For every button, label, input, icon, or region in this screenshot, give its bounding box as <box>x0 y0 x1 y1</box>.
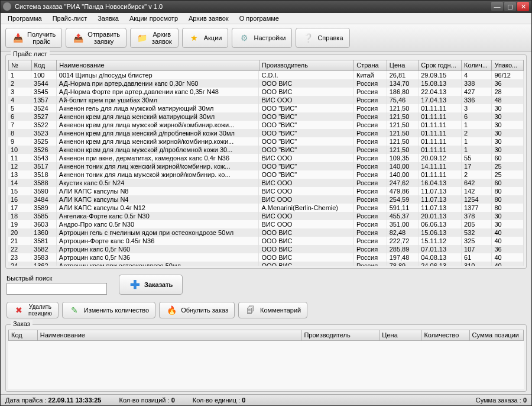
promo-button[interactable]: ★Акции <box>182 28 229 48</box>
table-row[interactable]: 11000014 Щипцы д/посуды блистерC.D.I.Кит… <box>8 71 524 79</box>
comment-button[interactable]: 🗐Комментарий <box>238 302 307 318</box>
status-units: 0 <box>242 397 245 404</box>
menu-order[interactable]: Заявка <box>93 14 124 23</box>
edit-icon: ✎ <box>69 304 80 316</box>
status-units-label: Кол-во единиц : <box>193 397 242 404</box>
delete-position-button[interactable]: ✖Удалить позицию <box>7 302 59 318</box>
search-label: Быстрый поиск <box>7 275 107 282</box>
send-order-button[interactable]: 📤Отправить заявку <box>66 28 126 48</box>
app-icon <box>3 2 11 11</box>
order-button[interactable]: ✚Заказать <box>119 275 183 295</box>
archive-icon: 📁 <box>137 32 148 44</box>
table-row[interactable]: 103526Акненон крем для лица мужской д/пр… <box>8 146 524 154</box>
order-toolbar: ✖Удалить позицию ✎Изменить количество 🔥О… <box>1 298 531 322</box>
gear-icon: ⚙ <box>238 32 250 44</box>
table-row[interactable]: 83523Акненон крем для лица женский д/про… <box>8 129 524 137</box>
main-toolbar: 📥Получить прайс 📤Отправить заявку 📁Архив… <box>1 24 531 52</box>
col-header[interactable]: Срок годн... <box>419 60 462 70</box>
table-row[interactable]: 213581Артроцин-Форте капс 0.45г N36ООО В… <box>8 237 524 245</box>
col-header[interactable]: Колич... <box>462 60 492 70</box>
table-row[interactable]: 173589АЛИ КАПС капсулы 0.4г N12A.Menarin… <box>8 204 524 212</box>
table-row[interactable]: 223582Артроцин капс 0,5г N60ООО ВИСРосси… <box>8 245 524 253</box>
pricelist-legend: Прайс лист <box>11 50 50 57</box>
window-title: Система заказа "РИА "Панда Новосибирск" … <box>15 3 491 10</box>
status-date-label: Дата прайса : <box>5 397 48 404</box>
order-legend: Заказ <box>11 320 33 327</box>
order-scroll[interactable] <box>8 341 524 389</box>
menu-promo[interactable]: Акции просмотр <box>125 14 183 23</box>
maximize-button[interactable]: ▢ <box>504 2 516 11</box>
settings-button[interactable]: ⚙Настройки <box>232 28 292 48</box>
status-pos-label: Кол-во позиций : <box>119 397 171 404</box>
status-date: 22.09.11 13:33:25 <box>48 397 102 404</box>
table-row[interactable]: 163484АЛИ КАПС капсулы N4ВИС ОООРоссия25… <box>8 195 524 204</box>
order-header: КодНаименованиеПроизводительЦенаКоличест… <box>8 330 524 341</box>
pricelist-scroll[interactable]: 11000014 Щипцы д/посуды блистерC.D.I.Кит… <box>8 71 524 266</box>
pricelist-table[interactable]: 11000014 Щипцы д/посуды блистерC.D.I.Кит… <box>8 71 524 266</box>
table-row[interactable]: 23544АД-Норма при артер.давлении капс 0,… <box>8 79 524 88</box>
table-row[interactable]: 143588Акустик капс 0.5г N24ВИС ОООРоссия… <box>8 179 524 187</box>
table-row[interactable]: 93525Акненон крем для лица женский жирно… <box>8 137 524 146</box>
table-row[interactable]: 153590АЛИ КАПС капсулы N8ВИС ОООРоссия47… <box>8 187 524 195</box>
table-row[interactable]: 183585Ангелика-Форте капс 0.5г N30ВИС ОО… <box>8 212 524 220</box>
table-row[interactable]: 133518Акненон тоник для лица мужской жир… <box>8 170 524 179</box>
table-row[interactable]: 33545АД-Норма Форте при артер.давлении к… <box>8 88 524 96</box>
plus-icon: ✚ <box>129 279 141 291</box>
table-row[interactable]: 53524Акненон гель для лица мужской матир… <box>8 104 524 112</box>
col-header[interactable]: Наименование <box>37 330 301 340</box>
col-header[interactable]: Наименование <box>57 60 259 70</box>
col-header[interactable]: Сумма позиции <box>469 330 523 340</box>
search-row: Быстрый поиск ✚Заказать <box>1 271 531 298</box>
pricelist-group: Прайс лист №КодНаименованиеПроизводитель… <box>5 54 527 269</box>
close-button[interactable]: ✕ <box>517 2 529 11</box>
col-header[interactable]: № <box>9 60 32 70</box>
col-header[interactable]: Код <box>31 60 57 70</box>
menu-pricelist[interactable]: Прайс-лист <box>48 14 92 23</box>
col-header[interactable]: Код <box>9 330 38 340</box>
col-header[interactable]: Цена <box>387 60 419 70</box>
table-row[interactable]: 233583Артроцин капс 0,5г N36ООО ВИСРосси… <box>8 253 524 262</box>
col-header[interactable]: Страна <box>354 60 387 70</box>
table-row[interactable]: 73522Акненон крем для лица мужской жирно… <box>8 121 524 129</box>
menu-archive[interactable]: Архив заявок <box>184 14 233 23</box>
delete-icon: ✖ <box>13 304 25 316</box>
table-row[interactable]: 241362Артроцин крем при остеохондрозе 50… <box>8 262 524 266</box>
table-row[interactable]: 123517Акненон тоник для лиц женский жирн… <box>8 162 524 170</box>
table-row[interactable]: 41357Ай-болит крем при ушибах 30млВИС ОО… <box>8 96 524 104</box>
main-window: Система заказа "РИА "Панда Новосибирск" … <box>0 0 532 406</box>
col-header[interactable]: Производитель <box>259 60 354 70</box>
help-icon: ❔ <box>302 32 314 44</box>
col-header[interactable]: Количество <box>421 330 469 340</box>
reset-icon: 🔥 <box>166 304 177 316</box>
titlebar: Система заказа "РИА "Панда Новосибирск" … <box>1 1 531 13</box>
order-group: Заказ КодНаименованиеПроизводительЦенаКо… <box>5 324 527 392</box>
col-header[interactable]: Упако... <box>492 60 524 70</box>
statusbar: Дата прайса : 22.09.11 13:33:25 Кол-во п… <box>1 394 531 405</box>
status-sum-label: Сумма заказа : <box>476 397 523 404</box>
col-header[interactable]: Цена <box>379 330 421 340</box>
status-pos: 0 <box>171 397 175 404</box>
menubar: Программа Прайс-лист Заявка Акции просмо… <box>1 13 531 24</box>
upload-icon: 📤 <box>72 32 84 44</box>
archive-button[interactable]: 📁Архив заявок <box>130 28 179 48</box>
get-price-button[interactable]: 📥Получить прайс <box>5 28 62 48</box>
download-icon: 📥 <box>12 32 24 44</box>
reset-order-button[interactable]: 🔥Обнулить заказ <box>159 302 235 318</box>
menu-about[interactable]: О программе <box>235 14 284 23</box>
help-button[interactable]: ❔Справка <box>296 28 349 48</box>
table-row[interactable]: 193603Андро-Про капс 0.5г N30ВИС ОООРосс… <box>8 220 524 228</box>
menu-program[interactable]: Программа <box>3 14 47 23</box>
pricelist-header: №КодНаименованиеПроизводительСтранаЦенаС… <box>8 60 524 71</box>
table-row[interactable]: 113543Акненон при акне, дерматитах, каме… <box>8 154 524 162</box>
star-icon: ★ <box>189 32 200 44</box>
search-input[interactable] <box>7 283 107 295</box>
minimize-button[interactable]: — <box>491 2 503 11</box>
col-header[interactable]: Производитель <box>301 330 379 340</box>
table-row[interactable]: 201360Артроцин гель с пчелиным ядом при … <box>8 228 524 237</box>
status-sum: 0 <box>523 397 527 404</box>
table-row[interactable]: 63527Акненон крем для лица женский матир… <box>8 112 524 121</box>
edit-qty-button[interactable]: ✎Изменить количество <box>62 302 155 318</box>
comment-icon: 🗐 <box>245 304 257 316</box>
